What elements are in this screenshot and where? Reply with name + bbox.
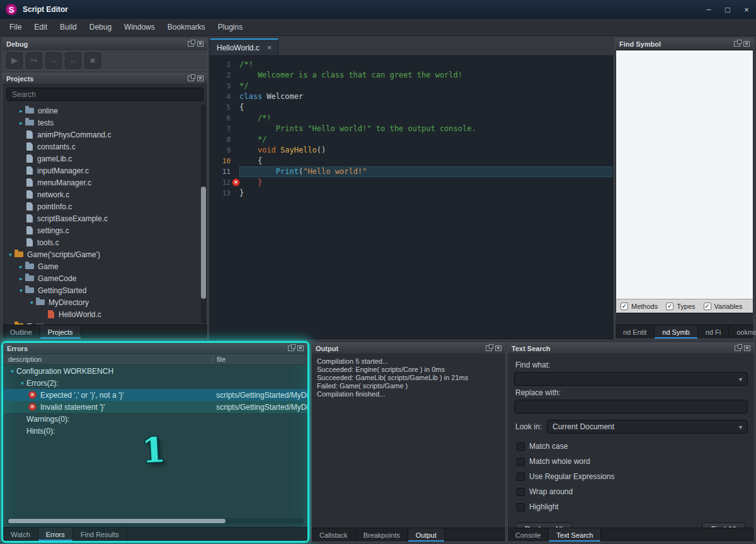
tree-item-online[interactable]: ▸online	[3, 105, 207, 117]
tab-nd-symb[interactable]: nd Symb	[655, 325, 697, 339]
checkbox-variables[interactable]: ✓Variables	[704, 303, 743, 310]
menu-build[interactable]: Build	[54, 20, 83, 35]
tab-find-results[interactable]: Find Results	[73, 528, 127, 541]
menu-plugins[interactable]: Plugins	[212, 20, 249, 35]
tab-callstack[interactable]: Callstack	[312, 528, 356, 541]
checkbox-methods[interactable]: ✓Methods	[621, 303, 658, 310]
search-input[interactable]	[6, 88, 203, 101]
tree-item-mydirectory[interactable]: ▾MyDirectory	[3, 296, 207, 308]
error-row[interactable]: ▾Configuration WORKBENCH	[3, 365, 307, 377]
tab-outline[interactable]: Outline	[3, 325, 40, 339]
tree-item-animphyscommand-c[interactable]: animPhysCommand.c	[3, 129, 207, 141]
panel-close-icon[interactable]: ×	[495, 345, 501, 351]
code-line: 12× }	[210, 177, 612, 188]
panel-close-icon[interactable]: ×	[197, 76, 203, 81]
tree-item-gamelib-c[interactable]: gameLib.c	[3, 153, 207, 165]
tab-console[interactable]: Console	[508, 528, 549, 541]
checkbox-match-case[interactable]: Match case	[514, 439, 748, 454]
panel-close-icon[interactable]: ×	[197, 41, 203, 47]
tree-item-gamecode[interactable]: ▸GameCode	[3, 272, 207, 284]
checkbox-highlight[interactable]: Highlight	[514, 499, 748, 514]
tree-item-network-c[interactable]: network.c	[3, 188, 207, 200]
panel-close-icon[interactable]: ×	[297, 345, 304, 351]
tree-item-gettingstarted[interactable]: ▾GettingStarted	[3, 284, 207, 296]
minimize-button[interactable]: −	[699, 0, 718, 19]
tree-item-entities[interactable]: ▸Entities	[3, 320, 207, 325]
step-into-button[interactable]: →	[45, 52, 62, 69]
error-row[interactable]: ×Expected ',' or ')', not a '}'scripts/G…	[3, 389, 307, 401]
code-editor[interactable]: 1/*!2 Welcomer is a class that can greet…	[210, 55, 613, 339]
menu-edit[interactable]: Edit	[28, 20, 54, 35]
panel-float-icon[interactable]	[288, 345, 294, 351]
chevron-down-icon[interactable]: ▾	[28, 299, 36, 306]
continue-button[interactable]: ↪	[26, 52, 42, 69]
chevron-right-icon[interactable]: ▸	[17, 275, 25, 282]
chevron-down-icon[interactable]: ▾	[17, 287, 25, 294]
tree-item-tests[interactable]: ▸tests	[3, 117, 207, 129]
panel-float-icon[interactable]	[188, 76, 194, 81]
error-row[interactable]: Warnings(0):	[3, 413, 307, 425]
tab-errors[interactable]: Errors	[38, 528, 73, 541]
find-symbol-results[interactable]	[616, 50, 753, 299]
chevron-down-icon[interactable]: ▾	[18, 380, 26, 386]
tab-nd-entit[interactable]: nd Entit	[616, 325, 655, 339]
chevron-right-icon[interactable]: ▸	[17, 120, 25, 126]
stop-button[interactable]: ■	[84, 52, 101, 69]
tree-item-game-scripts-game[interactable]: ▾Game('scripts/Game')	[3, 248, 207, 260]
tree-item-menumanager-c[interactable]: menuManager.c	[3, 177, 207, 188]
tab-projects[interactable]: Projects	[40, 325, 81, 339]
tree-item-inputmanager-c[interactable]: inputManager.c	[3, 165, 207, 177]
panel-float-icon[interactable]	[734, 41, 740, 47]
tree-item-game[interactable]: ▸Game	[3, 260, 207, 272]
tab-breakpoints[interactable]: Breakpoints	[356, 528, 408, 541]
search-options: Match caseMatch whole wordUse Regular Ex…	[514, 439, 748, 514]
tab-output[interactable]: Output	[408, 528, 445, 541]
checkbox-match-whole-word[interactable]: Match whole word	[514, 454, 748, 469]
editor-tab-helloworld[interactable]: HelloWorld.c ×	[210, 38, 278, 55]
tab-ookmark[interactable]: ookmark	[729, 325, 756, 339]
find-what-combobox[interactable]: ▾	[514, 372, 748, 386]
output-log: Compilation 5 started...Succeeded: Engin…	[312, 354, 505, 541]
checkbox-types[interactable]: ✓Types	[666, 303, 695, 310]
scrollbar-thumb[interactable]	[8, 519, 226, 523]
tree-item-scriptbaseexample-c[interactable]: scriptBaseExample.c	[3, 212, 207, 224]
look-in-dropdown[interactable]: Current Document ▾	[547, 420, 748, 434]
tab-close-icon[interactable]: ×	[267, 43, 272, 52]
menu-bookmarks[interactable]: Bookmarks	[161, 20, 212, 35]
close-button[interactable]: ×	[737, 0, 756, 19]
menu-file[interactable]: File	[3, 20, 28, 35]
tab-watch[interactable]: Watch	[3, 528, 38, 541]
panel-float-icon[interactable]	[486, 345, 492, 351]
tree-item-tools-c[interactable]: tools.c	[3, 236, 207, 248]
panel-float-icon[interactable]	[735, 345, 741, 351]
column-file[interactable]: file	[212, 354, 226, 364]
menu-windows[interactable]: Windows	[118, 20, 161, 35]
line-number: 13	[210, 189, 239, 197]
tab-text-search[interactable]: Text Search	[549, 528, 601, 541]
maximize-button[interactable]: □	[718, 0, 737, 19]
tree-item-settings-c[interactable]: settings.c	[3, 224, 207, 236]
panel-float-icon[interactable]	[188, 41, 194, 47]
step-out-button[interactable]: ←	[65, 52, 81, 69]
chevron-right-icon[interactable]: ▸	[17, 263, 25, 270]
error-row[interactable]: ×Invalid statement '}'scripts/GettingSta…	[3, 401, 307, 413]
scrollbar-thumb[interactable]	[201, 187, 206, 299]
tree-item-constants-c[interactable]: constants.c	[3, 141, 207, 153]
panel-close-icon[interactable]: ×	[743, 41, 750, 47]
replace-with-input[interactable]	[514, 400, 748, 414]
checkbox-wrap-around[interactable]: Wrap around	[514, 484, 748, 499]
error-row[interactable]: ▾Errors(2):	[3, 377, 307, 389]
chevron-down-icon[interactable]: ▾	[8, 368, 16, 374]
tree-item-pointinfo-c[interactable]: pointInfo.c	[3, 200, 207, 212]
column-description[interactable]: description	[3, 356, 42, 363]
play-button[interactable]: ▶	[6, 52, 23, 69]
menu-debug[interactable]: Debug	[83, 20, 118, 35]
checkbox-use-regular-expressions[interactable]: Use Regular Expressions	[514, 469, 748, 484]
chevron-down-icon[interactable]: ▾	[6, 252, 14, 258]
chevron-right-icon[interactable]: ▸	[17, 108, 25, 114]
horizontal-scrollbar[interactable]	[7, 518, 304, 524]
tab-nd-fi[interactable]: nd Fi	[698, 325, 729, 339]
vertical-scrollbar[interactable]	[201, 105, 206, 323]
tree-item-helloworld-c[interactable]: HelloWorld.c	[3, 308, 207, 320]
panel-close-icon[interactable]: ×	[744, 345, 750, 351]
